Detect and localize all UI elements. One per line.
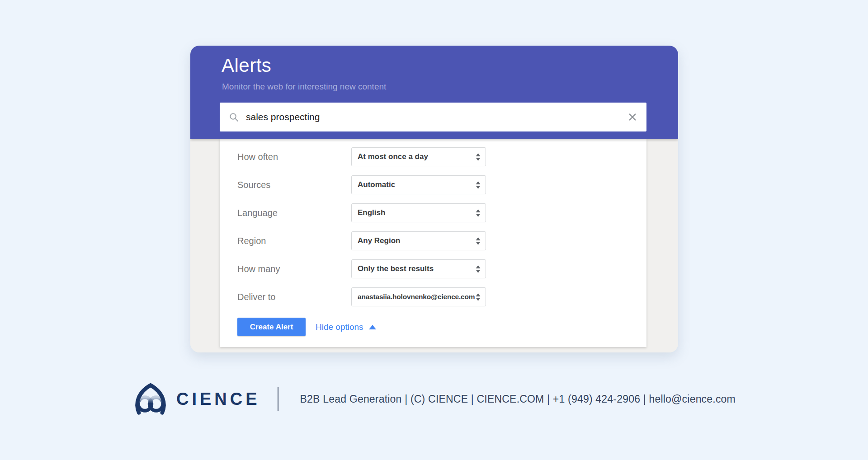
close-icon[interactable] [627, 112, 637, 122]
cience-logo-icon [133, 382, 168, 416]
sources-value: Automatic [358, 180, 395, 189]
how-often-select[interactable]: At most once a day [351, 147, 486, 166]
form-row-deliver-to: Deliver to anastasiia.holovnenko@cience.… [237, 287, 646, 306]
deliver-to-label: Deliver to [237, 292, 351, 302]
sources-label: Sources [237, 180, 351, 190]
page-title: Alerts [222, 55, 271, 76]
alert-options-panel: How often At most once a day Sources Aut… [220, 139, 646, 347]
how-often-value: At most once a day [358, 152, 428, 161]
deliver-to-value: anastasiia.holovnenko@cience.com [358, 293, 475, 301]
how-many-value: Only the best results [358, 264, 434, 273]
hide-options-link[interactable]: Hide options [316, 322, 376, 332]
page-subtitle: Monitor the web for interesting new cont… [222, 82, 386, 92]
create-alert-button[interactable]: Create Alert [237, 318, 306, 336]
footer-info-text: B2B Lead Generation | (C) CIENCE | CIENC… [300, 393, 736, 405]
alerts-card: Alerts Monitor the web for interesting n… [190, 46, 678, 352]
how-many-label: How many [237, 264, 351, 274]
footer-divider [278, 387, 278, 411]
search-bar [220, 103, 646, 131]
up-down-stepper-icon [476, 209, 481, 217]
form-row-how-often: How often At most once a day [237, 147, 646, 166]
form-row-sources: Sources Automatic [237, 175, 646, 194]
brand-wordmark: CIENCE [176, 390, 260, 409]
triangle-up-icon [369, 325, 376, 329]
region-select[interactable]: Any Region [351, 231, 486, 250]
form-row-how-many: How many Only the best results [237, 259, 646, 278]
sources-select[interactable]: Automatic [351, 175, 486, 194]
search-input[interactable] [246, 112, 627, 122]
how-many-select[interactable]: Only the best results [351, 259, 486, 278]
up-down-stepper-icon [476, 293, 481, 301]
alerts-body: How often At most once a day Sources Aut… [190, 139, 678, 352]
form-row-language: Language English [237, 203, 646, 222]
form-actions: Create Alert Hide options [237, 318, 376, 336]
language-label: Language [237, 208, 351, 218]
footer-branding: CIENCE B2B Lead Generation | (C) CIENCE … [133, 382, 736, 416]
hide-options-label: Hide options [316, 322, 363, 332]
up-down-stepper-icon [476, 237, 481, 245]
search-icon [229, 112, 239, 122]
language-value: English [358, 208, 385, 217]
up-down-stepper-icon [476, 181, 481, 189]
region-label: Region [237, 236, 351, 246]
language-select[interactable]: English [351, 203, 486, 222]
alerts-header: Alerts Monitor the web for interesting n… [190, 46, 678, 139]
deliver-to-select[interactable]: anastasiia.holovnenko@cience.com [351, 287, 486, 306]
how-often-label: How often [237, 152, 351, 162]
region-value: Any Region [358, 236, 400, 245]
form-row-region: Region Any Region [237, 231, 646, 250]
up-down-stepper-icon [476, 153, 481, 161]
up-down-stepper-icon [476, 265, 481, 273]
